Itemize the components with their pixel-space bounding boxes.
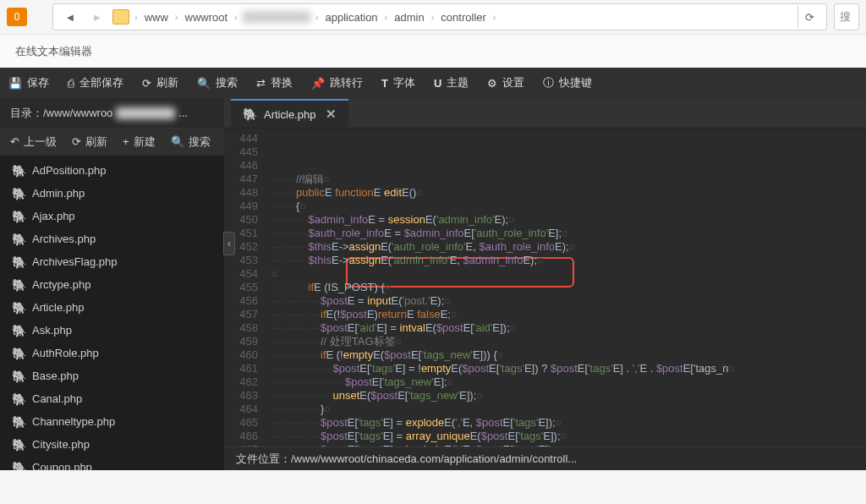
nav-fwd-button: ► [85, 6, 109, 28]
search-button[interactable]: 🔍搜索 [197, 75, 238, 90]
file-item[interactable]: 🐘Channeltype.php [0, 410, 224, 433]
search-input[interactable]: 搜 [834, 3, 859, 30]
save-all-icon: ⎙ [68, 77, 74, 90]
file-item[interactable]: 🐘Coupon.php [0, 456, 224, 470]
php-icon: 🐘 [12, 349, 25, 358]
editor-toolbar: 💾保存 ⎙全部保存 ⟳刷新 🔍搜索 ⇄替换 📌跳转行 T字体 U主题 ⚙设置 ⓘ… [0, 68, 866, 98]
php-icon: 🐘 [12, 441, 25, 449]
php-icon: 🐘 [12, 326, 25, 335]
php-icon: 🐘 [12, 258, 25, 266]
breadcrumb: ◄ ► › www› wwwroot› › application› admin… [52, 3, 827, 30]
file-item[interactable]: 🐘Ask.php [0, 319, 224, 342]
pin-icon: 📌 [311, 77, 325, 90]
php-icon: 🐘 [243, 107, 257, 121]
file-name: Ajax.php [32, 210, 75, 222]
refresh-button[interactable]: ⟳刷新 [142, 75, 178, 90]
php-icon: 🐘 [12, 418, 25, 426]
file-name: AdPosition.php [32, 164, 106, 177]
refresh-button[interactable]: ⟳ [797, 6, 821, 28]
search-icon: 🔍 [171, 135, 184, 148]
file-name: Canal.php [32, 392, 82, 405]
theme-icon: U [434, 77, 441, 90]
file-item[interactable]: 🐘Arctype.php [0, 273, 224, 296]
tab-article[interactable]: 🐘 Article.php ✕ [231, 99, 348, 128]
file-name: ArchivesFlag.php [32, 255, 117, 268]
php-icon: 🐘 [12, 395, 25, 403]
file-item[interactable]: 🐘Admin.php [0, 182, 224, 205]
file-name: Ask.php [32, 324, 72, 337]
file-name: Admin.php [32, 187, 85, 200]
file-item[interactable]: 🐘Base.php [0, 364, 224, 387]
save-button[interactable]: 💾保存 [8, 75, 49, 90]
crumb-1[interactable]: wwwroot [184, 11, 230, 24]
php-icon: 🐘 [12, 167, 25, 175]
nav-back-button[interactable]: ◄ [58, 6, 82, 28]
php-icon: 🐘 [12, 281, 25, 289]
file-name: Arctype.php [32, 278, 90, 291]
file-sidebar: 目录：/www/wwwroo ... ↶上一级 ⟳刷新 +新建 🔍搜索 🐘AdP… [0, 98, 224, 470]
file-name: Citysite.php [32, 438, 90, 451]
code-lines[interactable]: ········//编辑¤········publicE functionE e… [265, 129, 866, 446]
path-blurred [116, 107, 175, 119]
php-icon: 🐘 [12, 189, 25, 198]
sidebar-path: 目录：/www/wwwroo ... [0, 98, 224, 129]
file-item[interactable]: 🐘ArchivesFlag.php [0, 250, 224, 273]
file-name: Archives.php [32, 233, 96, 245]
settings-button[interactable]: ⚙设置 [487, 75, 524, 90]
new-file-button[interactable]: +新建 [123, 134, 156, 150]
code-editor: ‹ 🐘 Article.php ✕ 4444454464474484494504… [224, 98, 866, 470]
font-button[interactable]: T字体 [381, 75, 415, 90]
line-gutter: 4444454464474484494504514524534544554564… [224, 129, 265, 446]
php-icon: 🐘 [12, 235, 25, 244]
file-name: Coupon.php [32, 461, 92, 470]
code-area[interactable]: 4444454464474484494504514524534544554564… [224, 129, 866, 446]
file-name: AuthRole.php [32, 347, 99, 359]
main-panel: 目录：/www/wwwroo ... ↶上一级 ⟳刷新 +新建 🔍搜索 🐘AdP… [0, 98, 866, 470]
sidebar-refresh-button[interactable]: ⟳刷新 [72, 134, 107, 150]
up-icon: ↶ [10, 135, 19, 148]
refresh-icon: ⟳ [72, 135, 81, 148]
php-icon: 🐘 [12, 304, 25, 312]
crumb-2-blurred [243, 11, 310, 23]
search-icon: 🔍 [197, 77, 211, 90]
php-icon: 🐘 [12, 463, 25, 471]
tab-label: Article.php [264, 108, 315, 121]
up-level-button[interactable]: ↶上一级 [10, 134, 57, 150]
goto-line-button[interactable]: 📌跳转行 [311, 75, 363, 90]
font-icon: T [381, 77, 388, 90]
notification-badge[interactable]: 0 [7, 8, 27, 26]
save-icon: 💾 [8, 77, 22, 90]
file-item[interactable]: 🐘Article.php [0, 296, 224, 319]
file-item[interactable]: 🐘Citysite.php [0, 433, 224, 456]
replace-icon: ⇄ [256, 77, 266, 90]
file-name: Article.php [32, 301, 84, 314]
info-icon: ⓘ [543, 75, 554, 90]
file-item[interactable]: 🐘Canal.php [0, 387, 224, 410]
file-name: Channeltype.php [32, 415, 115, 428]
close-tab-icon[interactable]: ✕ [326, 107, 337, 122]
theme-button[interactable]: U主题 [434, 75, 469, 90]
file-item[interactable]: 🐘Archives.php [0, 227, 224, 250]
status-bar: 文件位置：/www/wwwroot/chinaceda.com/applicat… [224, 446, 866, 470]
top-bar: 0 ◄ ► › www› wwwroot› › application› adm… [0, 0, 866, 34]
file-item[interactable]: 🐘Ajax.php [0, 205, 224, 227]
file-list: 🐘AdPosition.php🐘Admin.php🐘Ajax.php🐘Archi… [0, 156, 224, 470]
gear-icon: ⚙ [487, 77, 497, 90]
sidebar-actions: ↶上一级 ⟳刷新 +新建 🔍搜索 [0, 129, 224, 156]
php-icon: 🐘 [12, 212, 25, 221]
save-all-button[interactable]: ⎙全部保存 [68, 75, 123, 90]
crumb-5[interactable]: controller [439, 11, 487, 24]
crumb-4[interactable]: admin [392, 11, 425, 24]
crumb-0[interactable]: www [143, 11, 170, 24]
php-icon: 🐘 [12, 372, 25, 381]
replace-button[interactable]: ⇄替换 [256, 75, 293, 90]
plus-icon: + [123, 135, 129, 148]
shortcuts-button[interactable]: ⓘ快捷键 [543, 75, 592, 90]
file-item[interactable]: 🐘AdPosition.php [0, 159, 224, 182]
crumb-3[interactable]: application [323, 11, 379, 24]
tab-bar: 🐘 Article.php ✕ [224, 98, 866, 129]
collapse-sidebar-button[interactable]: ‹ [223, 232, 235, 255]
file-item[interactable]: 🐘AuthRole.php [0, 342, 224, 364]
refresh-icon: ⟳ [142, 77, 151, 90]
sidebar-search-button[interactable]: 🔍搜索 [171, 134, 211, 150]
